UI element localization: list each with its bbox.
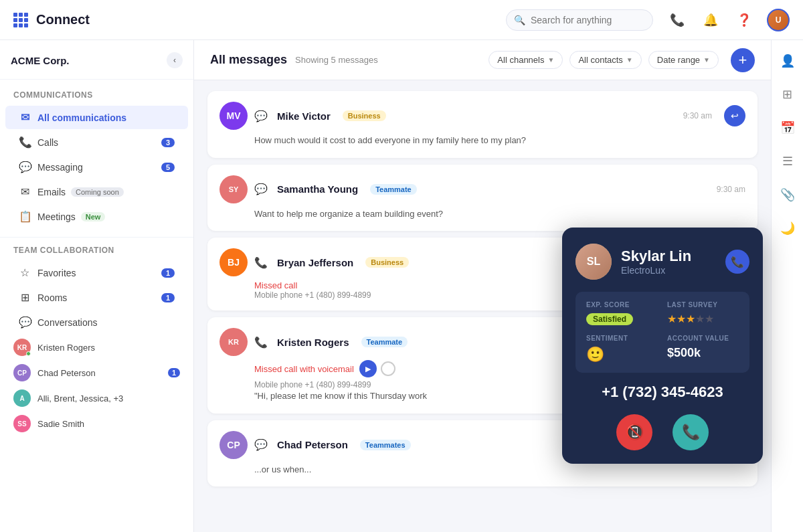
survey-stars: ★★★★★: [667, 313, 739, 325]
phone-icon-button[interactable]: 📞: [666, 9, 688, 31]
call-action-buttons: 📵 📞: [575, 414, 749, 450]
app-title: Connect: [36, 12, 90, 27]
sidebar-item-rooms[interactable]: ⊞ Rooms 1: [5, 286, 188, 309]
sidebar-item-emails[interactable]: ✉ Emails Coming soon: [5, 180, 188, 203]
sidebar-item-meetings[interactable]: 📋 Meetings New: [5, 205, 188, 228]
reply-button[interactable]: ↩: [724, 105, 745, 126]
call-action-icon[interactable]: 📞: [725, 250, 749, 274]
filter-date-range[interactable]: Date range ▼: [648, 51, 719, 69]
sidebar-item-label: Calls: [37, 137, 58, 148]
sidebar-item-calls[interactable]: 📞 Calls 3: [5, 130, 188, 154]
conv-item-kristen[interactable]: KR Kristen Rogers: [0, 335, 193, 360]
avatar-kristen-rogers: KR: [219, 328, 248, 356]
conv-avatar-sadie: SS: [13, 415, 31, 432]
account-value: $500k: [667, 346, 739, 360]
help-icon-button[interactable]: ❓: [733, 9, 755, 31]
filter-bar: All channels ▼ All contacts ▼ Date range…: [488, 48, 755, 72]
add-button[interactable]: +: [731, 48, 755, 72]
search-input[interactable]: [506, 9, 653, 31]
message-card-mike-victor[interactable]: MV 💬 Mike Victor Business 9:30 am ↩ How …: [207, 91, 757, 158]
conv-name-sadie: Sadie Smith: [37, 419, 84, 429]
sender-tag: Teammate: [361, 337, 408, 347]
app-logo: Connect: [13, 12, 90, 27]
collapse-button[interactable]: ‹: [167, 52, 183, 68]
favorites-icon: ☆: [19, 266, 31, 279]
sidebar-item-label: Conversations: [37, 317, 98, 328]
sender-tag: Business: [343, 110, 386, 121]
right-icon-moon[interactable]: 🌙: [778, 218, 798, 238]
bell-icon-button[interactable]: 🔔: [700, 9, 721, 31]
sender-name: Bryan Jefferson: [277, 257, 353, 268]
conv-item-chad[interactable]: CP Chad Peterson 1: [0, 360, 193, 385]
sender-name: Kristen Rogers: [277, 337, 349, 348]
exp-score-label: EXP. SCORE: [586, 301, 658, 308]
message-icon: 💬: [254, 110, 268, 122]
accept-call-button[interactable]: 📞: [673, 414, 709, 450]
voicemail-controls: ▶: [359, 360, 395, 377]
call-card-overlay: SL Skylar Lin ElectroLux 📞 EXP. SCORE Sa…: [562, 228, 763, 464]
sender-tag: Teammate: [370, 184, 417, 195]
right-sidebar: 👤 ⊞ 📅 ☰ 📎 🌙: [771, 40, 803, 532]
meetings-icon: 📋: [19, 210, 31, 223]
conv-name-kristen: Kristen Rogers: [37, 343, 95, 353]
sidebar-item-messaging[interactable]: 💬 Messaging 5: [5, 155, 188, 179]
messaging-icon: 💬: [19, 161, 31, 173]
conv-item-group[interactable]: A Alli, Brent, Jessica, +3: [0, 385, 193, 411]
call-card-profile: SL Skylar Lin ElectroLux 📞: [575, 244, 749, 280]
grid-icon: [13, 13, 28, 27]
message-icon: 💬: [254, 438, 268, 451]
favorites-badge: 1: [161, 268, 175, 278]
search-bar[interactable]: 🔍: [506, 9, 653, 31]
sentiment-emoji: 🙂: [586, 346, 658, 363]
team-section-title: Team collaboration: [0, 246, 193, 260]
sidebar-item-all-communications[interactable]: ✉ All communications: [5, 106, 188, 129]
sidebar-item-conversations[interactable]: 💬 Conversations: [5, 311, 188, 334]
conv-name-group: Alli, Brent, Jessica, +3: [37, 393, 123, 404]
sidebar-item-label: Favorites: [37, 268, 76, 278]
search-icon: 🔍: [514, 15, 525, 25]
decline-call-button[interactable]: 📵: [616, 414, 652, 450]
message-time: 9:30 am: [683, 111, 712, 120]
conv-avatar-kristen: KR: [13, 339, 31, 356]
call-card-stats: EXP. SCORE Satisfied LAST SURVEY ★★★★★ S…: [575, 292, 749, 373]
message-text: ...or us when...: [254, 463, 745, 476]
calls-badge: 3: [161, 138, 175, 147]
caller-name: Skylar Lin: [621, 248, 691, 265]
last-survey-label: LAST SURVEY: [667, 301, 739, 308]
phone-icon: 📞: [254, 256, 268, 269]
caller-phone-number: +1 (732) 345-4623: [575, 383, 749, 401]
filter-all-channels[interactable]: All channels ▼: [488, 51, 563, 69]
chevron-down-icon: ▼: [547, 56, 554, 64]
conv-avatar-group: A: [13, 389, 31, 407]
sidebar-item-favorites[interactable]: ☆ Favorites 1: [5, 261, 188, 284]
sender-name: Mike Victor: [277, 110, 331, 122]
conv-item-sadie[interactable]: SS Sadie Smith: [0, 411, 193, 436]
missed-voicemail-text: Missed call with voicemail: [254, 364, 354, 374]
right-icon-clip[interactable]: 📎: [778, 185, 798, 205]
avatar-samantha-young: SY: [219, 175, 248, 203]
topbar-icons: 📞 🔔 ❓ U: [666, 9, 790, 31]
sidebar-item-label: Meetings: [37, 211, 76, 222]
calls-icon: 📞: [19, 136, 31, 149]
sentiment-label: SENTIMENT: [586, 335, 658, 342]
company-name: ACME Corp.: [11, 55, 70, 66]
right-icon-calendar[interactable]: 📅: [778, 118, 798, 138]
filter-all-contacts[interactable]: All contacts ▼: [569, 51, 641, 69]
right-icon-contact[interactable]: 👤: [778, 51, 798, 71]
user-avatar[interactable]: U: [767, 9, 790, 31]
right-icon-list[interactable]: ☰: [778, 151, 798, 171]
chevron-down-icon: ▼: [703, 56, 710, 64]
avatar-mike-victor: MV: [219, 102, 248, 130]
avatar-bryan-jefferson: BJ: [219, 248, 248, 276]
message-icon: 💬: [254, 183, 268, 195]
page-title: All messages: [210, 53, 287, 67]
all-comms-icon: ✉: [19, 111, 31, 124]
sidebar-company: ACME Corp. ‹: [0, 52, 193, 80]
right-icon-grid[interactable]: ⊞: [778, 84, 798, 104]
play-button[interactable]: ▶: [359, 360, 377, 377]
sidebar-item-label: All communications: [37, 112, 126, 123]
chad-badge: 1: [168, 368, 180, 377]
message-card-samantha-young[interactable]: SY 💬 Samantha Young Teammate 9:30 am Wan…: [207, 165, 757, 232]
emails-icon: ✉: [19, 185, 31, 198]
topbar: Connect 🔍 📞 🔔 ❓ U: [0, 0, 803, 40]
